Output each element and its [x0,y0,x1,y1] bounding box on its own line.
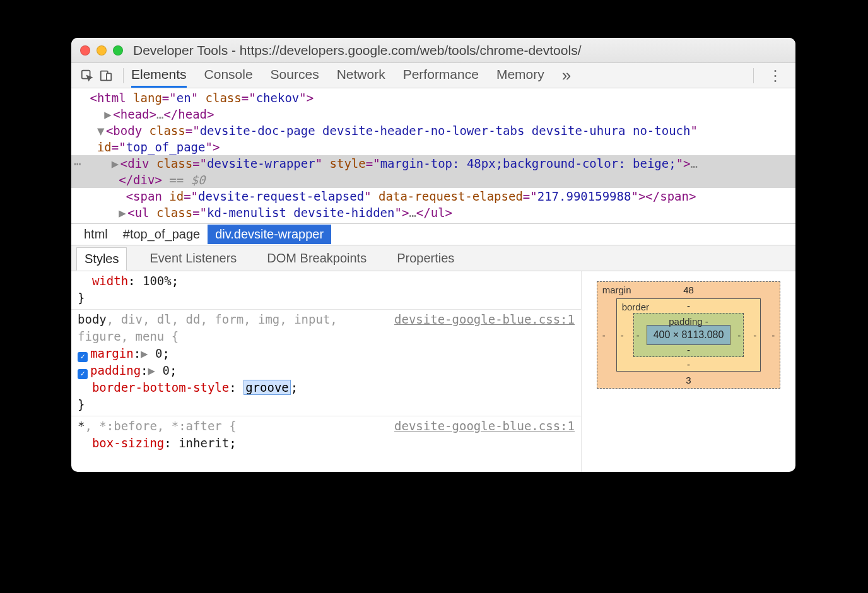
zoom-icon[interactable] [113,45,123,56]
css-selector-rest: , *:before, *:after { [85,419,236,433]
breadcrumb-item[interactable]: html [76,225,115,244]
attr-value: devsite-request-elapsed [198,189,364,203]
styles-subtabs: Styles Event Listeners DOM Breakpoints P… [71,245,795,271]
settings-menu-icon[interactable]: ⋮ [761,67,789,85]
tab-network[interactable]: Network [337,63,385,88]
checkbox-icon[interactable] [78,369,88,379]
more-tabs-icon[interactable]: » [562,66,571,85]
svg-rect-2 [107,73,111,80]
styles-rules[interactable]: width: 100%; } devsite-google-blue.css:1… [71,271,581,472]
margin-top-value[interactable]: 48 [683,285,694,295]
attr-value: devsite-doc-page devsite-header-no-lower… [200,124,691,138]
box-border[interactable]: border - - - - padding - - - - 400 × 811… [616,298,761,372]
box-padding[interactable]: padding - - - - 400 × 8113.080 [633,313,744,357]
panel-tabs: Elements Console Sources Network Perform… [131,63,544,88]
tab-performance[interactable]: Performance [403,63,479,88]
css-prop[interactable]: margin [90,346,134,360]
close-icon[interactable] [80,45,90,56]
toolbar: Elements Console Sources Network Perform… [71,63,795,88]
dollar-zero: $0 [191,173,206,187]
source-link[interactable]: devsite-google-blue.css:1 [394,418,575,435]
brace: } [78,291,85,305]
css-prop[interactable]: box-sizing [92,436,164,450]
attr-value: 217.990159988 [537,189,631,203]
css-prop[interactable]: border-bottom-style [92,380,229,394]
inspect-icon[interactable] [78,66,97,85]
attr-value: margin-top: 48px;background-color: beige… [380,156,676,170]
breadcrumb-item[interactable]: #top_of_page [115,225,208,244]
selected-node[interactable]: ⋯ ▶<div class="devsite-wrapper" style="m… [71,155,795,172]
css-value-editing[interactable]: groove [243,380,291,395]
border-value[interactable]: - [687,359,690,370]
box-content[interactable]: 400 × 8113.080 [647,325,731,345]
attr-value: top_of_page [126,140,206,154]
css-value[interactable]: 0 [155,346,162,360]
subtab-dom-breakpoints[interactable]: DOM Breakpoints [259,247,374,269]
border-value[interactable]: - [687,300,690,311]
box-model[interactable]: margin 48 3 - - border - - - - padding -… [581,271,795,472]
padding-label: padding - [669,316,708,327]
window-title: Developer Tools - https://developers.goo… [133,43,581,58]
checkbox-icon[interactable] [78,352,88,362]
margin-right-value[interactable]: - [771,330,775,341]
padding-value[interactable]: - [737,330,741,341]
subtab-event-listeners[interactable]: Event Listeners [142,247,244,269]
padding-value[interactable]: - [636,330,640,341]
css-value[interactable]: 100% [143,274,172,288]
css-selector-rest: , div, dl, dd, form, img, input, figure,… [78,312,337,343]
tab-console[interactable]: Console [204,63,253,88]
device-toggle-icon[interactable] [97,66,115,85]
css-rule: devsite-google-blue.css:1 *, *:before, *… [71,416,581,454]
toolbar-separator [123,68,124,83]
devtools-window: Developer Tools - https://developers.goo… [71,38,795,472]
css-selector[interactable]: body [78,312,107,326]
margin-label: margin [602,285,631,295]
toolbar-separator [753,68,754,83]
border-label: border [622,302,649,312]
css-rule: width: 100%; } [71,271,581,310]
margin-bottom-value[interactable]: 3 [686,375,691,385]
tab-memory[interactable]: Memory [496,63,544,88]
box-margin[interactable]: margin 48 3 - - border - - - - padding -… [597,281,781,389]
css-selector[interactable]: * [78,419,85,433]
titlebar: Developer Tools - https://developers.goo… [71,38,795,63]
css-value[interactable]: 0 [162,363,169,377]
traffic-lights [80,45,123,56]
attr-value: kd-menulist devsite-hidden [207,206,394,220]
minimize-icon[interactable] [97,45,107,56]
eq-label: == [162,173,191,187]
subtab-properties[interactable]: Properties [389,247,462,269]
breadcrumb-item-selected[interactable]: div.devsite-wrapper [208,225,331,244]
source-link[interactable]: devsite-google-blue.css:1 [394,311,575,328]
css-rule: devsite-google-blue.css:1 body, div, dl,… [71,310,581,416]
subtab-styles[interactable]: Styles [76,247,127,271]
margin-left-value[interactable]: - [602,330,606,341]
padding-value[interactable]: - [687,344,690,355]
tab-elements[interactable]: Elements [131,63,187,88]
css-prop[interactable]: padding [90,363,141,377]
styles-pane: width: 100%; } devsite-google-blue.css:1… [71,271,795,472]
tab-sources[interactable]: Sources [271,63,319,88]
brace: } [78,397,85,411]
attr-value: devsite-wrapper [207,156,315,170]
breadcrumb: html #top_of_page div.devsite-wrapper [71,223,795,245]
css-prop[interactable]: width [92,274,128,288]
border-value[interactable]: - [621,330,624,341]
css-value[interactable]: inherit [179,436,229,450]
dom-tree[interactable]: <html lang="en" class="chekov"> ▶<head>…… [71,88,795,223]
ellipsis: … [156,107,163,121]
border-value[interactable]: - [753,330,756,341]
